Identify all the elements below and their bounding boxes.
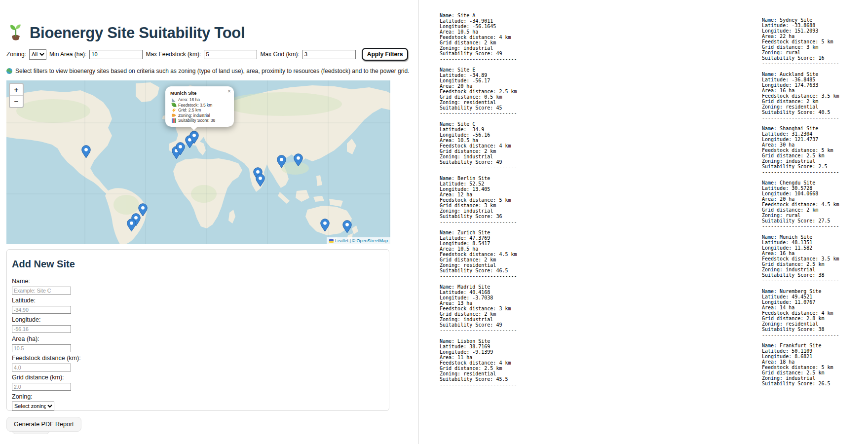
site-grid: Grid distance: 3 km: [440, 203, 517, 208]
openstreetmap-link[interactable]: © OpenStreetMap: [352, 238, 388, 243]
zoom-out-button[interactable]: −: [10, 96, 23, 107]
site-score: Suitability Score: 36: [440, 214, 517, 219]
site-zoning: Zoning: industrial: [440, 208, 517, 214]
max-feedstock-input[interactable]: [204, 50, 257, 59]
site-zoning: Zoning: residential: [762, 104, 839, 110]
popup-line-text: Feedstock: 3.5 km: [178, 103, 212, 108]
max-grid-label: Max Grid (km):: [260, 51, 299, 58]
site-latitude: Latitude: 30.5728: [762, 185, 839, 191]
site-grid: Grid distance: 2 km: [440, 257, 517, 262]
site-latitude: Latitude: 47.3769: [440, 235, 517, 241]
site-latitude: Latitude: -34.89: [440, 73, 517, 78]
zoning-field-group: Zoning: Select zoning: [12, 393, 383, 411]
site-feedstock: Feedstock distance: 4 km: [440, 35, 517, 40]
zoning-filter-select[interactable]: All: [29, 49, 46, 60]
site-name: Name: Shanghai Site: [762, 126, 839, 131]
site-score: Suitability Score: 45: [440, 105, 517, 111]
map-pin-icon-auckland[interactable]: [342, 220, 352, 233]
min-area-input[interactable]: [89, 50, 143, 59]
map-pin-icon-sydney[interactable]: [320, 219, 330, 232]
map-pin-icon-north-america[interactable]: [81, 145, 91, 158]
site-score: Suitability Score: 16: [762, 55, 839, 61]
site-record: Name: Sydney SiteLatitude: -33.8688Longi…: [762, 17, 839, 66]
zoning-form-select[interactable]: Select zoning: [12, 402, 54, 411]
add-site-panel: Add New Site Name: Latitude: Longitude: …: [6, 249, 389, 411]
site-latitude: Latitude: 52.52: [440, 181, 517, 186]
map-pin-icon-chengdu[interactable]: [277, 155, 286, 168]
zoom-in-button[interactable]: +: [10, 84, 23, 96]
site-score: Suitability Score: 49: [440, 159, 517, 165]
site-record: Name: Zurich SiteLatitude: 47.3769Longit…: [440, 230, 517, 279]
site-feedstock: Feedstock distance: 3 km: [440, 306, 517, 311]
map-pin-icon-shanghai[interactable]: [294, 153, 303, 167]
max-grid-input[interactable]: [302, 50, 356, 59]
site-name: Name: Auckland Site: [762, 72, 839, 77]
record-separator: --------------------------: [762, 115, 839, 120]
zoning-filter-label: Zoning:: [6, 51, 26, 58]
record-separator: --------------------------: [762, 332, 839, 337]
site-zoning: Zoning: residential: [440, 100, 517, 105]
site-name: Name: Madrid Site: [440, 284, 517, 290]
leaflet-link[interactable]: Leaflet: [335, 238, 348, 243]
map-pin-icon-india-2[interactable]: [256, 174, 265, 187]
map-pin-icon-munich[interactable]: [189, 131, 199, 144]
site-zoning: Zoning: rural: [762, 50, 839, 55]
app-header: Bioenergy Site Suitability Tool: [7, 14, 245, 52]
site-score: Suitability Score: 38: [762, 327, 839, 332]
site-name: Name: Site A: [440, 13, 517, 18]
map-canvas[interactable]: + − × Munich Site Area: 16 haFeedstock: …: [6, 80, 390, 244]
record-separator: --------------------------: [440, 56, 517, 62]
site-score: Suitability Score: 49: [440, 51, 517, 56]
site-record: Name: Munich SiteLatitude: 48.1351Longit…: [762, 234, 839, 283]
site-area: Area: 18 ha: [762, 359, 839, 365]
popup-title: Munich Site: [170, 90, 229, 96]
site-record: Name: Auckland SiteLatitude: -36.8485Lon…: [762, 72, 839, 120]
map-popup: × Munich Site Area: 16 haFeedstock: 3.5 …: [165, 86, 234, 127]
area-label: Area (ha):: [12, 335, 383, 342]
site-list-column-1: Name: Site ALatitude: -34.9011Longitude:…: [440, 13, 517, 393]
map-zoom-control: + −: [9, 83, 24, 108]
site-grid: Grid distance: 2 km: [440, 40, 517, 45]
site-zoning: Zoning: industrial: [440, 317, 517, 322]
site-feedstock: Feedstock distance: 5 km: [762, 39, 839, 44]
record-separator: --------------------------: [440, 111, 517, 116]
site-longitude: Longitude: -56.1645: [440, 24, 517, 29]
longitude-input[interactable]: [12, 325, 71, 333]
popup-line: Grid: 2.5 km: [172, 108, 229, 113]
popup-close-icon[interactable]: ×: [227, 88, 231, 95]
page-title: Bioenergy Site Suitability Tool: [30, 24, 245, 42]
site-zoning: Zoning: industrial: [440, 154, 517, 159]
site-record: Name: Site ALatitude: -34.9011Longitude:…: [440, 13, 517, 62]
site-zoning: Zoning: residential: [762, 321, 839, 327]
site-longitude: Longitude: 174.7633: [762, 82, 839, 88]
map-pin-icon-madrid[interactable]: [176, 142, 185, 155]
site-name: Name: Chengdu Site: [762, 180, 839, 185]
site-area: Area: 10.5 ha: [440, 29, 517, 35]
site-grid: Grid distance: 2.8 km: [762, 316, 839, 321]
site-area: Area: 20 ha: [762, 196, 839, 202]
attribution-separator: |: [348, 238, 352, 243]
record-separator: --------------------------: [762, 223, 839, 229]
site-feedstock: Feedstock distance: 3.5 km: [762, 256, 839, 261]
latitude-input[interactable]: [12, 306, 71, 314]
map-pin-icon-south-america-3[interactable]: [127, 219, 136, 232]
site-record: Name: Nuremberg SiteLatitude: 49.4521Lon…: [762, 289, 839, 337]
feedstock-distance-input[interactable]: [12, 364, 71, 371]
site-longitude: Longitude: -3.7038: [440, 295, 517, 300]
site-record: Name: Berlin SiteLatitude: 52.52Longitud…: [440, 176, 517, 224]
grid-distance-input[interactable]: [12, 383, 71, 391]
site-name: Name: Nuremberg Site: [762, 289, 839, 294]
site-feedstock: Feedstock distance: 2.5 km: [440, 89, 517, 94]
record-separator: --------------------------: [440, 382, 517, 387]
area-input[interactable]: [12, 344, 71, 352]
grid-field-group: Grid distance (km):: [12, 374, 383, 391]
name-input[interactable]: [12, 287, 71, 295]
generate-pdf-report-button[interactable]: Generate PDF Report: [6, 417, 81, 432]
site-name: Name: Frankfurt Site: [762, 343, 839, 348]
apply-filters-button[interactable]: Apply Filters: [362, 48, 409, 61]
record-separator: --------------------------: [440, 273, 517, 279]
latitude-field-group: Latitude:: [12, 297, 383, 314]
site-area: Area: 22 ha: [762, 34, 839, 39]
site-feedstock: Feedstock distance: 4.5 km: [762, 202, 839, 207]
record-separator: --------------------------: [762, 278, 839, 283]
